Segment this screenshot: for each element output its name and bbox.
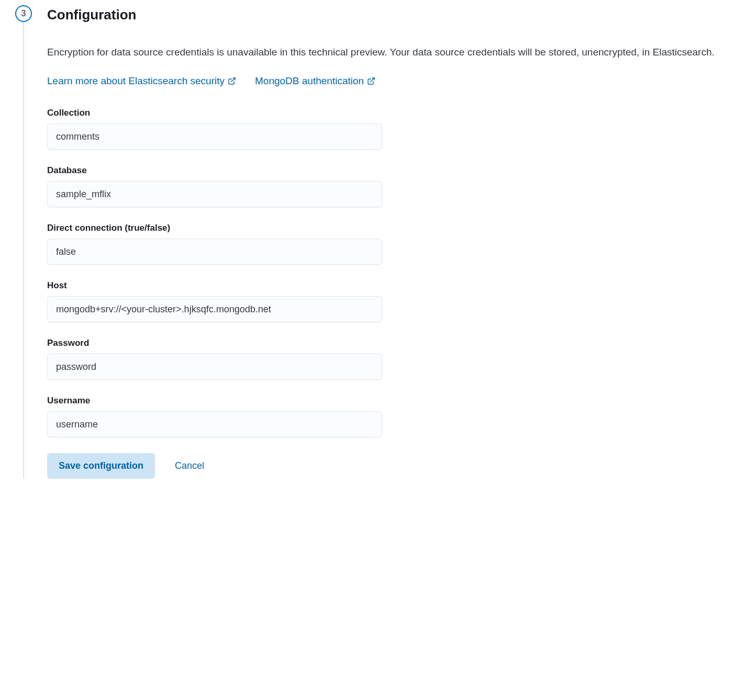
password-label: Password <box>47 338 724 348</box>
step-description: Encryption for data source credentials i… <box>47 45 724 60</box>
link-label: MongoDB authentication <box>255 75 364 87</box>
external-links-row: Learn more about Elasticsearch security … <box>47 75 724 87</box>
button-row: Save configuration Cancel <box>47 453 724 479</box>
direct-connection-label: Direct connection (true/false) <box>47 223 724 233</box>
step-number: 3 <box>21 9 26 18</box>
host-input[interactable] <box>47 296 382 322</box>
external-link-icon <box>228 77 236 85</box>
svg-line-1 <box>371 78 374 82</box>
password-field-group: Password <box>47 338 724 380</box>
collection-label: Collection <box>47 108 724 118</box>
mongodb-authentication-link[interactable]: MongoDB authentication <box>255 75 375 87</box>
database-input[interactable] <box>47 181 382 207</box>
svg-line-0 <box>231 78 235 82</box>
password-input[interactable] <box>47 354 382 380</box>
external-link-icon <box>367 77 375 85</box>
username-field-group: Username <box>47 396 724 437</box>
username-input[interactable] <box>47 411 382 437</box>
link-label: Learn more about Elasticsearch security <box>47 75 225 87</box>
database-field-group: Database <box>47 165 724 207</box>
direct-connection-input[interactable] <box>47 239 382 265</box>
elasticsearch-security-link[interactable]: Learn more about Elasticsearch security <box>47 75 236 87</box>
host-field-group: Host <box>47 280 724 322</box>
direct-connection-field-group: Direct connection (true/false) <box>47 223 724 265</box>
step-title: Configuration <box>47 6 724 24</box>
step-content: Configuration Encryption for data source… <box>37 5 724 479</box>
step-connector-line <box>23 22 24 479</box>
host-label: Host <box>47 280 724 291</box>
step-indicator-column: 3 <box>10 5 37 479</box>
collection-field-group: Collection <box>47 108 724 150</box>
cancel-button[interactable]: Cancel <box>171 453 208 479</box>
configuration-step: 3 Configuration Encryption for data sour… <box>0 0 734 489</box>
step-number-badge: 3 <box>15 5 32 22</box>
save-configuration-button[interactable]: Save configuration <box>47 453 155 479</box>
username-label: Username <box>47 396 724 406</box>
database-label: Database <box>47 165 724 176</box>
collection-input[interactable] <box>47 123 382 150</box>
